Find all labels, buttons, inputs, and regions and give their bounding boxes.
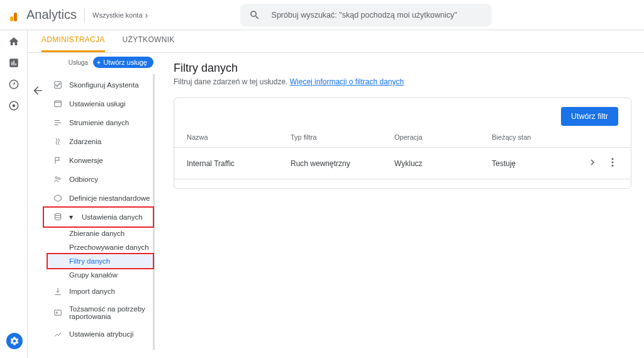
create-filter-button[interactable]: Utwórz filtr — [561, 107, 618, 126]
svg-point-4 — [55, 177, 58, 179]
page-subtitle: Filtruj dane zdarzeń w tej usłudze. Więc… — [174, 77, 631, 86]
logo: Analytics — [10, 8, 77, 22]
svg-point-10 — [612, 162, 614, 164]
svg-point-11 — [612, 165, 614, 167]
table-header: Nazwa Typ filtra Operacja Bieżący stan — [174, 133, 631, 148]
svg-point-8 — [56, 312, 57, 313]
accounts-label: Wszystkie konta — [92, 11, 142, 19]
svg-rect-2 — [55, 101, 62, 106]
nav-rail — [0, 30, 28, 358]
gear-icon — [9, 336, 19, 346]
divider — [84, 8, 85, 23]
content-area: Usługa + Utwórz usługę Skonfiguruj Asyst… — [28, 53, 644, 358]
sidebar-item-attribution[interactable]: Ustawienia atrybucji — [48, 325, 153, 344]
search-icon — [249, 9, 260, 21]
sidebar-sub-channel-groups[interactable]: Grupy kanałów — [48, 268, 153, 282]
sidebar-item-custom-definitions[interactable]: Definicje niestandardowe — [48, 189, 153, 208]
app-header: Analytics Wszystkie konta › Spróbuj wysz… — [0, 0, 644, 30]
cell-state: Testuję — [492, 159, 587, 168]
back-arrow-icon[interactable] — [31, 84, 44, 97]
svg-point-6 — [55, 213, 60, 216]
sidebar-item-events[interactable]: Zdarzenia — [48, 132, 153, 151]
people-icon — [53, 174, 63, 184]
sidebar-item-assistant[interactable]: Skonfiguruj Asystenta — [48, 76, 153, 94]
sidebar-item-property-settings[interactable]: Ustawienia usługi — [48, 94, 153, 113]
tab-admin[interactable]: ADMINISTRACJA — [42, 35, 105, 52]
col-op: Operacja — [394, 133, 492, 141]
identity-icon — [53, 308, 63, 318]
explore-icon[interactable] — [8, 78, 20, 91]
chevron-right-icon: › — [145, 10, 148, 20]
attribution-icon — [53, 329, 63, 339]
cell-name: Internal Traffic — [187, 159, 291, 168]
custom-icon — [53, 193, 63, 203]
cell-op: Wyklucz — [394, 159, 492, 168]
caret-down-icon: ▾ — [69, 213, 73, 221]
accounts-dropdown[interactable]: Wszystkie konta › — [92, 10, 148, 20]
sidebar-sub-data-retention[interactable]: Przechowywanie danych — [48, 240, 153, 254]
create-property-label: Utwórz usługę — [103, 59, 147, 66]
sidebar-item-audiences[interactable]: Odbiorcy — [48, 170, 153, 189]
logo-text: Analytics — [26, 8, 77, 22]
check-icon — [53, 80, 63, 90]
import-icon — [53, 286, 63, 296]
sidebar-item-conversions[interactable]: Konwersje — [48, 151, 153, 170]
col-type: Typ filtra — [291, 133, 394, 141]
main-area: ADMINISTRACJA UŻYTKOWNIK Usługa + Utwórz… — [28, 30, 644, 358]
svg-point-5 — [58, 177, 60, 179]
svg-point-9 — [612, 158, 614, 160]
col-state: Bieżący stan — [492, 133, 618, 141]
sidebar-item-data-settings[interactable]: ▾Ustawienia danych — [44, 208, 153, 227]
sidebar-item-reporting-identity[interactable]: Tożsamość na potrzeby raportowania — [48, 301, 153, 325]
admin-gear-button[interactable] — [6, 333, 23, 349]
admin-sidebar: Usługa + Utwórz usługę Skonfiguruj Asyst… — [48, 53, 155, 358]
sidebar-wrap: Usługa + Utwórz usługę Skonfiguruj Asyst… — [28, 53, 155, 358]
search-placeholder: Spróbuj wyszukać: "skąd pochodzą moi uży… — [272, 11, 457, 20]
stream-icon — [53, 118, 63, 128]
home-icon[interactable] — [8, 35, 20, 48]
sidebar-sub-data-collection[interactable]: Zbieranie danych — [48, 227, 153, 240]
sidebar-item-data-streams[interactable]: Strumienie danych — [48, 113, 153, 132]
page-title: Filtry danych — [174, 62, 631, 75]
flag-icon — [53, 155, 63, 165]
svg-point-1 — [12, 104, 15, 108]
settings-icon — [53, 99, 63, 109]
sidebar-item-data-import[interactable]: Import danych — [48, 282, 153, 301]
learn-more-link[interactable]: Więcej informacji o filtrach danych — [290, 77, 404, 86]
more-vert-icon[interactable] — [607, 157, 618, 170]
create-property-button[interactable]: + Utwórz usługę — [93, 57, 153, 68]
plus-icon: + — [97, 59, 101, 66]
reports-icon[interactable] — [8, 57, 20, 69]
data-filters-panel: Filtry danych Filtruj dane zdarzeń w tej… — [155, 53, 644, 358]
events-icon — [53, 137, 63, 147]
admin-tabs: ADMINISTRACJA UŻYTKOWNIK — [28, 30, 644, 53]
database-icon — [53, 212, 63, 222]
advertising-icon[interactable] — [8, 99, 20, 112]
tab-user[interactable]: UŻYTKOWNIK — [123, 35, 175, 52]
chevron-right-icon[interactable] — [587, 157, 598, 170]
filters-card: Utwórz filtr Nazwa Typ filtra Operacja B… — [174, 98, 631, 189]
sidebar-sub-data-filters[interactable]: Filtry danych — [48, 254, 153, 268]
analytics-logo-icon — [10, 9, 23, 21]
svg-rect-7 — [55, 310, 62, 315]
property-label: Usługa — [69, 59, 88, 66]
table-row[interactable]: Internal Traffic Ruch wewnętrzny Wyklucz… — [174, 148, 631, 179]
cell-type: Ruch wewnętrzny — [291, 159, 394, 168]
search-input[interactable]: Spróbuj wyszukać: "skąd pochodzą moi uży… — [240, 4, 492, 26]
col-name: Nazwa — [187, 133, 291, 141]
